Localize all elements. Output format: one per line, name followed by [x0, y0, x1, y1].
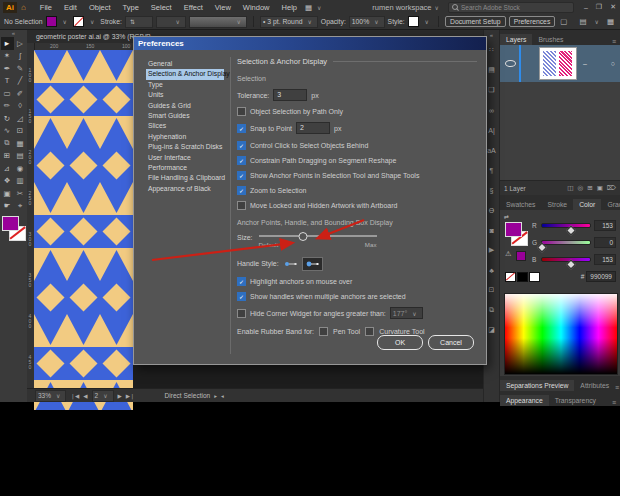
make-mask-icon[interactable]: ◎ — [578, 184, 584, 192]
status-tool-label[interactable]: Direct Selection — [165, 392, 211, 399]
tab-appearance[interactable]: Appearance — [500, 395, 549, 406]
prefs-sidebar-item-slices[interactable]: Slices — [146, 121, 224, 131]
layer-row[interactable]: – ○ — [500, 45, 620, 82]
search-input[interactable]: Search Adobe Stock — [448, 2, 574, 13]
slider-track[interactable] — [541, 223, 591, 228]
prefs-sidebar-item-type[interactable]: Type — [146, 80, 224, 90]
object-selection-by-path-only-checkbox[interactable] — [237, 107, 246, 116]
style-swatch[interactable] — [408, 16, 419, 27]
hex-value-field[interactable]: 990099 — [586, 271, 616, 282]
stroke-color-swatch[interactable] — [73, 16, 84, 27]
menu-file[interactable]: File — [34, 3, 58, 12]
white-swatch[interactable] — [529, 272, 540, 282]
handle-style-option-1[interactable] — [284, 260, 297, 268]
menu-help[interactable]: Help — [276, 3, 303, 12]
slider-value-field[interactable]: 153 — [594, 220, 616, 231]
tab-layers[interactable]: Layers — [500, 34, 532, 45]
snap-point-input[interactable]: 2 — [296, 122, 330, 134]
stroke-weight-stepper[interactable]: ⇅ — [125, 16, 153, 28]
workspace-layout-icon[interactable]: ▦ — [605, 17, 616, 26]
prefs-sidebar-item-plug-ins-scratch-disks[interactable]: Plug-ins & Scratch Disks — [146, 142, 224, 152]
show-handles-when-multiple-anchors-are-selected-checkbox[interactable]: ✓ — [237, 292, 246, 301]
highlight-anchors-on-mouse-over-checkbox[interactable]: ✓ — [237, 277, 246, 286]
tab-swatches[interactable]: Swatches — [500, 199, 541, 210]
mesh-tool[interactable]: ⊞ — [1, 150, 14, 163]
menu-view[interactable]: View — [209, 3, 237, 12]
symbol-sprayer-tool[interactable]: ❖ — [1, 175, 14, 188]
slider-knob[interactable] — [299, 232, 308, 241]
artboard-tool[interactable]: ▣ — [1, 187, 14, 200]
hand-tool[interactable]: ☛ — [1, 200, 14, 213]
eraser-tool[interactable]: ◊ — [14, 100, 27, 113]
visibility-eye-icon[interactable] — [505, 60, 516, 67]
collect-export-icon[interactable]: ◫ — [567, 184, 573, 192]
hide-corner-widget-for-angles-greater-than-checkbox[interactable] — [237, 309, 246, 318]
panel-menu-icon[interactable]: ≡ — [615, 384, 620, 391]
tab-attributes[interactable]: Attributes — [574, 380, 615, 391]
curvature-tool-checkbox[interactable] — [365, 327, 374, 336]
zoom-tool[interactable]: ⌖ — [14, 200, 27, 213]
snap-to-point-checkbox[interactable]: ✓ — [237, 124, 246, 133]
gamut-swatch[interactable] — [516, 251, 526, 261]
menu-edit[interactable]: Edit — [58, 3, 83, 12]
width-tool-tool[interactable]: ∿ — [1, 125, 14, 138]
size-slider[interactable]: Default Max — [259, 235, 377, 248]
spectrum-gradient[interactable] — [504, 293, 618, 375]
zoom-to-selection-checkbox[interactable]: ✓ — [237, 186, 246, 195]
line-segment-tool[interactable]: ╱ — [14, 75, 27, 88]
slider-knob[interactable] — [566, 259, 576, 269]
prefs-sidebar-item-guides-grid[interactable]: Guides & Grid — [146, 101, 224, 111]
slice-tool[interactable]: ✂ — [14, 187, 27, 200]
control-click-to-select-objects-behind-checkbox[interactable]: ✓ — [237, 141, 246, 150]
tab-stroke[interactable]: Stroke — [541, 199, 573, 210]
show-anchor-points-in-selection-tool-and-shape-tools-checkbox[interactable]: ✓ — [237, 171, 246, 180]
scale-tool[interactable]: ◿ — [14, 112, 27, 125]
slider-value-field[interactable]: 0 — [594, 237, 616, 248]
gradient-tool[interactable]: ▤ — [14, 150, 27, 163]
slider-value-field[interactable]: 153 — [594, 254, 616, 265]
paintbrush-tool[interactable]: ✐ — [14, 87, 27, 100]
arrange-documents-icon[interactable]: ▢ — [558, 17, 569, 26]
new-sublayer-icon[interactable]: ⊞ — [587, 184, 592, 192]
handle-style-option-2-selected[interactable] — [302, 257, 323, 271]
prefs-sidebar-item-performance[interactable]: Performance — [146, 163, 224, 173]
width-profile-dropdown[interactable]: ∨ — [156, 16, 186, 28]
free-transform-tool[interactable]: ⊡ — [14, 125, 27, 138]
restore-button[interactable]: ❐ — [592, 3, 606, 11]
dialog-title-bar[interactable]: Preferences — [134, 37, 486, 50]
ok-button[interactable]: OK — [377, 335, 423, 350]
delete-layer-icon[interactable]: ⌦ — [607, 184, 616, 192]
artboard-number-dropdown[interactable]: 2 ∨ — [92, 390, 114, 402]
rotate-tool[interactable]: ↻ — [1, 112, 14, 125]
document-arrangement-icon[interactable]: ▤ — [577, 17, 588, 26]
corner-widget-angle-dropdown[interactable]: 177°∨ — [390, 307, 423, 319]
expand-panels-icon[interactable]: « — [490, 32, 493, 40]
black-swatch[interactable] — [517, 272, 528, 282]
prefs-sidebar-item-file-handling-clipboard[interactable]: File Handling & Clipboard — [146, 173, 224, 183]
minimize-button[interactable]: – — [580, 4, 592, 11]
none-swatch[interactable] — [505, 272, 516, 282]
menu-window[interactable]: Window — [237, 3, 276, 12]
close-button[interactable]: ✕ — [606, 3, 620, 11]
artboard-artwork[interactable] — [34, 50, 133, 410]
shape-builder-tool[interactable]: ⧉ — [1, 137, 14, 150]
status-forward-icon[interactable]: ▸ — [214, 393, 217, 399]
home-icon[interactable]: ⌂ — [21, 3, 26, 12]
selection-tool[interactable]: ► — [1, 37, 14, 50]
new-layer-icon[interactable]: ▣ — [597, 184, 603, 192]
toolbar-fill-swatch[interactable] — [2, 216, 19, 231]
menu-type[interactable]: Type — [117, 3, 145, 12]
tab-gradient[interactable]: Gradient — [601, 199, 620, 210]
prev-artboard-icon[interactable]: ◀ — [83, 393, 87, 399]
last-artboard-icon[interactable]: ▶❘ — [126, 393, 135, 399]
brush-definition-dropdown[interactable]: ∨ — [189, 16, 247, 28]
prefs-sidebar-item-hyphenation[interactable]: Hyphenation — [146, 132, 224, 142]
prefs-sidebar-item-selection-anchor-display[interactable]: Selection & Anchor Display — [146, 69, 224, 79]
menu-object[interactable]: Object — [83, 3, 117, 12]
rectangle-tool[interactable]: ▭ — [1, 87, 14, 100]
constrain-path-dragging-on-segment-reshape-checkbox[interactable]: ✓ — [237, 156, 246, 165]
prefs-sidebar-item-appearance-of-black[interactable]: Appearance of Black — [146, 184, 224, 194]
workspace-switcher[interactable]: rumen workspace — [372, 3, 431, 12]
preferences-button[interactable]: Preferences — [509, 16, 556, 27]
document-setup-button[interactable]: Document Setup — [445, 16, 506, 27]
